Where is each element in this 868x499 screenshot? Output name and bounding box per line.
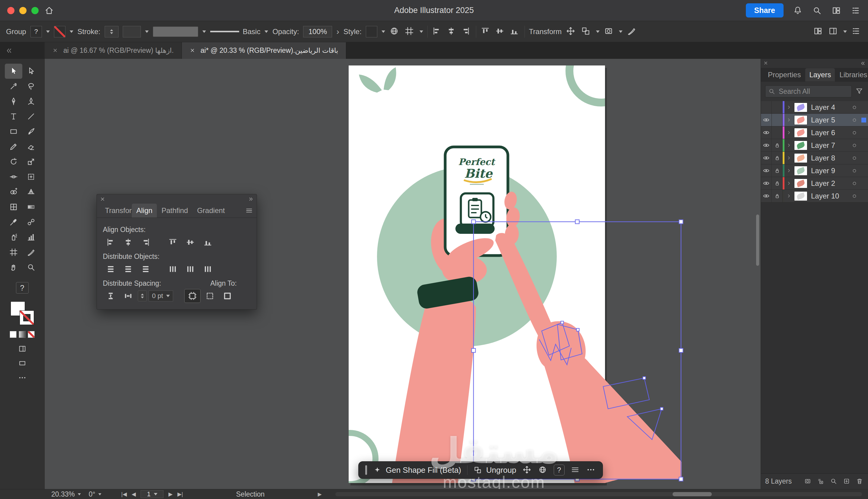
stroke-weight-value[interactable]: [123, 26, 141, 37]
control-menu-icon[interactable]: [851, 26, 862, 37]
layer-name[interactable]: Layer 2: [809, 179, 849, 188]
layer-name[interactable]: Layer 9: [809, 167, 849, 175]
layer-name[interactable]: Layer 8: [809, 154, 849, 162]
stroke-dropdown-icon[interactable]: [70, 31, 73, 33]
distribute-spacing-horizontal-button[interactable]: [120, 289, 136, 303]
spacing-stepper[interactable]: [138, 291, 147, 301]
gradient-button[interactable]: [19, 331, 26, 338]
filter-funnel-icon[interactable]: [855, 87, 864, 96]
mesh-tool[interactable]: [5, 199, 22, 215]
more-options-icon[interactable]: [586, 465, 596, 475]
horizontal-scrollbar-thumb[interactable]: [672, 492, 712, 496]
expand-chevron-icon[interactable]: [784, 155, 793, 160]
edit-toolbar-button[interactable]: ?: [16, 282, 29, 294]
lock-toggle[interactable]: [772, 139, 783, 151]
visibility-toggle[interactable]: [761, 139, 772, 151]
close-panel-icon[interactable]: [763, 61, 768, 65]
distribute-horizontal-left-button[interactable]: [165, 263, 181, 276]
zoom-level-control[interactable]: 20.33%: [51, 490, 81, 498]
layer-thumbnail[interactable]: [794, 115, 807, 125]
align-center-icon[interactable]: [446, 26, 457, 37]
workspace-layout-icon[interactable]: [831, 5, 842, 16]
stroke-weight-stepper[interactable]: [105, 26, 119, 37]
document-setup-globe-icon[interactable]: [389, 26, 400, 37]
layer-target-icon[interactable]: [849, 193, 859, 199]
last-artboard-icon[interactable]: ▶|: [177, 491, 183, 498]
mask-options-dropdown-icon[interactable]: [619, 31, 622, 33]
layer-target-icon[interactable]: [849, 180, 859, 186]
stroke-weight-dropdown-icon[interactable]: [145, 31, 149, 33]
screen-mode-icon[interactable]: [18, 359, 26, 367]
layer-target-icon[interactable]: [849, 130, 859, 136]
lock-toggle[interactable]: [772, 114, 783, 126]
gen-shape-fill-button[interactable]: Gen Shape Fill (Beta): [373, 465, 461, 475]
globe-icon[interactable]: [538, 465, 548, 475]
distribute-horizontal-center-button[interactable]: [183, 263, 198, 276]
collapse-panel-icon[interactable]: [248, 196, 253, 202]
layer-thumbnail[interactable]: [794, 141, 807, 150]
next-artboard-icon[interactable]: ▶: [168, 491, 173, 498]
canvas[interactable]: Perfect Bite: [45, 59, 761, 489]
ungroup-button[interactable]: Ungroup: [473, 465, 516, 475]
vertical-scrollbar[interactable]: [756, 62, 760, 486]
status-expand-icon[interactable]: ▶: [318, 491, 322, 498]
mask-options-icon[interactable]: [604, 26, 615, 37]
visibility-toggle[interactable]: [761, 114, 772, 126]
artboard-tool[interactable]: [5, 245, 22, 260]
lasso-tool[interactable]: [22, 79, 40, 94]
visibility-toggle[interactable]: [761, 152, 772, 164]
artboard-dropdown-icon[interactable]: [420, 31, 423, 33]
menu-icon[interactable]: [571, 465, 580, 475]
document-tab-2[interactable]: ai* @ 20.33 % (RGB/Preview).باقات الرياض…: [182, 42, 346, 59]
layer-name[interactable]: Layer 6: [809, 129, 849, 137]
visibility-toggle[interactable]: [761, 165, 772, 177]
align-bottom-icon[interactable]: [509, 26, 520, 37]
first-artboard-icon[interactable]: |◀: [121, 491, 127, 498]
distribute-vertical-center-button[interactable]: [120, 263, 136, 276]
blend-tool[interactable]: [22, 215, 40, 230]
layers-empty-area[interactable]: [761, 203, 868, 473]
close-tab-icon[interactable]: [52, 48, 59, 54]
curvature-tool[interactable]: [22, 94, 40, 109]
line-segment-tool[interactable]: [22, 109, 40, 124]
opacity-menu-icon[interactable]: ›: [336, 27, 339, 37]
delete-layer-icon[interactable]: [856, 477, 864, 485]
expand-chevron-icon[interactable]: [784, 143, 793, 148]
variable-width-profile-control[interactable]: Basic: [210, 27, 261, 36]
transform-icon[interactable]: [566, 26, 576, 37]
visibility-toggle[interactable]: [761, 101, 772, 113]
expand-chevron-icon[interactable]: [784, 181, 793, 186]
tab-transform[interactable]: Transform: [100, 204, 132, 218]
vertical-scrollbar-thumb[interactable]: [756, 215, 759, 266]
align-horizontal-center-button[interactable]: [120, 236, 136, 249]
tab-properties[interactable]: Properties: [764, 68, 805, 82]
layer-thumbnail[interactable]: [794, 166, 807, 175]
width-profile-dropdown-icon[interactable]: [264, 31, 268, 33]
expand-chevron-icon[interactable]: [784, 193, 793, 198]
perspective-grid-tool[interactable]: [22, 184, 40, 199]
document-tab-1[interactable]: ai @ 16.67 % (RGB/Preview) ازهلها.: [45, 42, 182, 59]
distribute-spacing-vertical-button[interactable]: [103, 289, 119, 303]
window-zoom-button[interactable]: [32, 7, 39, 14]
fill-color-control[interactable]: ?: [30, 26, 42, 37]
spacing-value-dropdown[interactable]: 0 pt: [149, 291, 173, 301]
align-horizontal-left-button[interactable]: [103, 236, 119, 249]
lock-toggle[interactable]: [772, 152, 783, 164]
layer-row-layer-9[interactable]: Layer 9: [761, 165, 868, 177]
hand-tool[interactable]: [5, 260, 22, 275]
new-layer-icon[interactable]: [843, 477, 851, 485]
column-graph-tool[interactable]: [22, 230, 40, 245]
zoom-tool[interactable]: [22, 260, 40, 275]
transform-link[interactable]: Transform: [529, 27, 561, 36]
shape-options-dropdown-icon[interactable]: [596, 31, 599, 33]
rotation-control[interactable]: 0°: [89, 490, 101, 498]
make-clipping-mask-icon[interactable]: [804, 477, 812, 485]
lock-toggle[interactable]: [772, 101, 783, 113]
gradient-tool[interactable]: [22, 199, 40, 215]
expand-chevron-icon[interactable]: [784, 105, 793, 110]
layer-row-layer-4[interactable]: Layer 4: [761, 101, 868, 114]
eyedropper-tool[interactable]: [5, 215, 22, 230]
isolate-icon[interactable]: [627, 26, 637, 37]
home-icon[interactable]: [44, 5, 54, 16]
workspace-icon[interactable]: [813, 26, 824, 37]
